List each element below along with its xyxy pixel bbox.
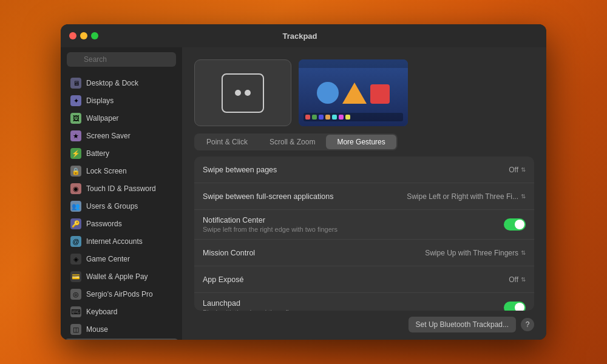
toggle-thumb-notification-center — [515, 220, 524, 229]
sidebar-item-wallpaper[interactable]: 🖼Wallpaper — [64, 110, 178, 127]
toggle-thumb-launchpad — [515, 303, 524, 311]
settings-list: Swipe between pagesOff⇅Swipe between ful… — [194, 157, 534, 311]
sidebar-item-internet-accounts[interactable]: @Internet Accounts — [64, 233, 178, 250]
sidebar-label-keyboard: Keyboard — [86, 308, 117, 316]
sidebar-item-touch-id[interactable]: ◉Touch ID & Password — [64, 180, 178, 197]
sidebar-item-trackpad[interactable]: ▭Trackpad — [64, 339, 178, 340]
setting-control-swipe-fullscreen[interactable]: Swipe Left or Right with Three Fi...⇅ — [407, 192, 526, 201]
dock-dot-3 — [319, 115, 324, 120]
search-wrapper: 🔍 — [67, 52, 176, 67]
select-swipe-fullscreen[interactable]: Swipe Left or Right with Three Fi...⇅ — [407, 192, 526, 201]
sidebar-icon-displays: ✦ — [70, 95, 81, 106]
tabs-row: Point & ClickScroll & ZoomMore Gestures — [194, 133, 398, 150]
sidebar-icon-wallet-pay: 💳 — [70, 271, 81, 282]
chevron-icon-mission-control: ⇅ — [521, 249, 526, 256]
sidebar-item-passwords[interactable]: 🔑Passwords — [64, 215, 178, 232]
setup-bluetooth-button[interactable]: Set Up Bluetooth Trackpad... — [409, 317, 516, 332]
select-mission-control[interactable]: Swipe Up with Three Fingers⇅ — [425, 249, 526, 257]
sidebar-label-users-groups: Users & Groups — [86, 202, 138, 211]
sidebar-label-internet-accounts: Internet Accounts — [86, 237, 143, 246]
setting-row-notification-center: Notification CenterSwipe left from the r… — [194, 210, 534, 240]
dock-dot-1 — [305, 115, 310, 120]
sidebar-item-keyboard[interactable]: ⌨Keyboard — [64, 303, 178, 320]
sidebar-label-passwords: Passwords — [86, 220, 122, 228]
maximize-button[interactable] — [91, 32, 98, 39]
sidebar-icon-keyboard: ⌨ — [70, 306, 81, 317]
select-value-swipe-pages: Off — [509, 166, 518, 174]
screen-top-bar — [299, 59, 408, 68]
dock-dot-5 — [332, 115, 337, 120]
sidebar-icon-passwords: 🔑 — [70, 218, 81, 229]
setting-row-launchpad: LaunchpadPinch with thumb and three fing… — [194, 293, 534, 311]
sidebar-item-desktop-dock[interactable]: 🖥Desktop & Dock — [64, 75, 178, 92]
sidebar-item-lock-screen[interactable]: 🔒Lock Screen — [64, 163, 178, 180]
sidebar-label-airpods: Sergio's AirPods Pro — [86, 290, 153, 298]
screen-preview — [299, 59, 408, 126]
window-title: Trackpad — [98, 32, 501, 41]
setting-row-swipe-fullscreen: Swipe between full-screen applicationsSw… — [194, 183, 534, 210]
sidebar-icon-mouse: ◫ — [70, 324, 81, 335]
shape-circle — [317, 82, 339, 104]
chevron-icon-swipe-pages: ⇅ — [521, 166, 526, 173]
sidebar-item-screen-saver[interactable]: ★Screen Saver — [64, 127, 178, 144]
sidebar: 🔍 🖥Desktop & Dock✦Displays🖼Wallpaper★Scr… — [61, 47, 182, 340]
sidebar-label-lock-screen: Lock Screen — [86, 167, 127, 175]
tab-scroll-zoom[interactable]: Scroll & Zoom — [259, 135, 326, 149]
sidebar-label-wallpaper: Wallpaper — [86, 114, 119, 123]
trackpad-preview — [194, 59, 291, 126]
title-bar: Trackpad — [61, 24, 546, 47]
sidebar-label-wallet-pay: Wallet & Apple Pay — [86, 272, 148, 281]
traffic-lights — [69, 32, 98, 39]
sidebar-icon-game-center: ◈ — [70, 254, 81, 265]
dock-dot-7 — [345, 115, 350, 120]
sidebar-item-mouse[interactable]: ◫Mouse — [64, 321, 178, 338]
select-swipe-pages[interactable]: Off⇅ — [509, 166, 526, 174]
search-input[interactable] — [67, 52, 176, 67]
toggle-notification-center[interactable] — [504, 218, 526, 231]
setting-info-swipe-pages: Swipe between pages — [203, 166, 509, 174]
sidebar-icon-battery: ⚡ — [70, 148, 81, 159]
sidebar-icon-airpods: ◎ — [70, 289, 81, 300]
setting-info-notification-center: Notification CenterSwipe left from the r… — [203, 216, 504, 233]
setting-control-notification-center[interactable] — [504, 218, 526, 231]
sidebar-item-users-groups[interactable]: 👥Users & Groups — [64, 198, 178, 215]
setting-row-app-expose: App ExposéOff⇅ — [194, 266, 534, 293]
tab-more-gestures[interactable]: More Gestures — [326, 135, 396, 149]
setting-control-launchpad[interactable] — [504, 302, 526, 311]
sidebar-label-desktop-dock: Desktop & Dock — [86, 79, 138, 87]
dock-dot-6 — [339, 115, 344, 120]
sidebar-item-battery[interactable]: ⚡Battery — [64, 145, 178, 162]
dock-dot-4 — [325, 115, 330, 120]
sidebar-item-game-center[interactable]: ◈Game Center — [64, 251, 178, 268]
sidebar-icon-users-groups: 👥 — [70, 201, 81, 212]
chevron-icon-swipe-fullscreen: ⇅ — [521, 193, 526, 200]
trackpad-icon — [222, 73, 264, 113]
setting-control-app-expose[interactable]: Off⇅ — [509, 275, 526, 284]
sidebar-item-wallet-pay[interactable]: 💳Wallet & Apple Pay — [64, 268, 178, 285]
minimize-button[interactable] — [80, 32, 87, 39]
setting-title-launchpad: Launchpad — [203, 299, 504, 308]
setting-row-swipe-pages: Swipe between pagesOff⇅ — [194, 157, 534, 183]
sidebar-item-airpods[interactable]: ◎Sergio's AirPods Pro — [64, 286, 178, 303]
select-app-expose[interactable]: Off⇅ — [509, 275, 526, 284]
trackpad-dot-left — [235, 90, 241, 96]
tab-point-click[interactable]: Point & Click — [195, 135, 259, 149]
sidebar-items: 🖥Desktop & Dock✦Displays🖼Wallpaper★Scree… — [61, 72, 182, 340]
setting-title-app-expose: App Exposé — [203, 275, 509, 284]
sidebar-item-displays[interactable]: ✦Displays — [64, 92, 178, 109]
setting-control-swipe-pages[interactable]: Off⇅ — [509, 166, 526, 174]
setting-row-mission-control: Mission ControlSwipe Up with Three Finge… — [194, 240, 534, 266]
trackpad-dot-right — [245, 90, 251, 96]
setting-info-launchpad: LaunchpadPinch with thumb and three fing… — [203, 299, 504, 311]
sidebar-label-displays: Displays — [86, 96, 114, 105]
close-button[interactable] — [69, 32, 76, 39]
shape-triangle — [342, 83, 367, 104]
toggle-launchpad[interactable] — [504, 302, 526, 311]
screen-inner — [299, 59, 408, 126]
setting-control-mission-control[interactable]: Swipe Up with Three Fingers⇅ — [425, 249, 526, 257]
help-button[interactable]: ? — [521, 318, 534, 331]
main-content: Point & ClickScroll & ZoomMore Gestures … — [182, 47, 546, 340]
settings-window: Trackpad 🔍 🖥Desktop & Dock✦Displays🖼Wall… — [61, 24, 546, 340]
setting-title-notification-center: Notification Center — [203, 216, 504, 224]
sidebar-icon-desktop-dock: 🖥 — [70, 78, 81, 89]
